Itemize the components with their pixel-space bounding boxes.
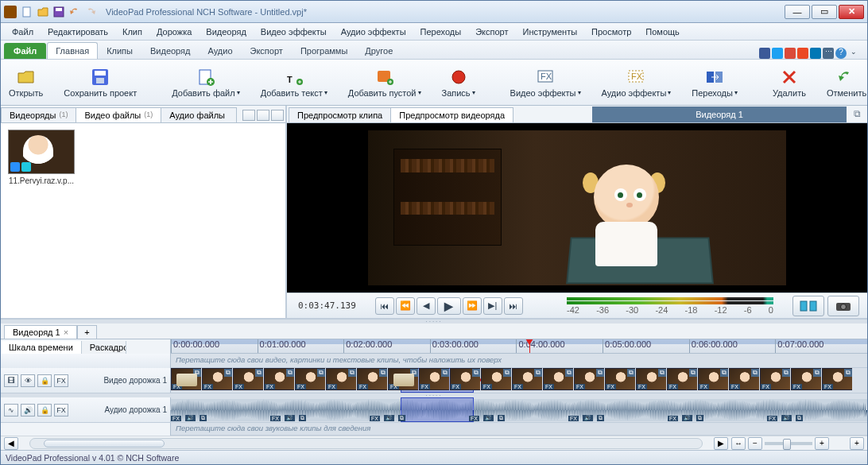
time-ruler[interactable]: 0:00:00.0000:01:00.0000:02:00.0000:03:00… <box>171 339 867 354</box>
video-clip-frame[interactable]: FX⧉ <box>233 368 263 390</box>
qat-undo-icon[interactable] <box>68 5 82 19</box>
menu-видео эффекты[interactable]: Видео эффекты <box>254 25 333 38</box>
sequence-tab[interactable]: Видеоряд 1× <box>4 325 77 339</box>
view-storyboard-tab[interactable]: Раскадровка <box>82 341 126 354</box>
zoom-slider[interactable] <box>765 442 812 445</box>
video-clip-frame[interactable]: FX⧉ <box>667 368 697 390</box>
track-eye-icon[interactable]: 👁 <box>21 374 35 387</box>
close-button[interactable]: ✕ <box>839 5 864 19</box>
menu-переходы[interactable]: Переходы <box>414 25 468 38</box>
options-icon[interactable]: ⋯ <box>823 48 834 59</box>
audio-clip-badge[interactable]: ⧉ <box>398 415 405 421</box>
ribbon-tab-1[interactable]: Клипы <box>98 42 141 59</box>
media-tab-1[interactable]: Видео файлы (1) <box>76 107 161 122</box>
track-fx-icon[interactable]: FX <box>54 374 68 387</box>
menu-просмотр[interactable]: Просмотр <box>585 25 637 38</box>
stumble-icon[interactable] <box>797 48 808 59</box>
video-clip-frame[interactable]: FX⧉ <box>760 368 790 390</box>
zoom-out-icon[interactable]: − <box>748 437 762 450</box>
audio-clip-badge[interactable]: ⧉ <box>200 415 207 421</box>
audio-clip-badge[interactable]: FX <box>171 416 181 421</box>
audio-clip-badge[interactable]: 🔊 <box>384 415 394 421</box>
menu-помощь[interactable]: Помощь <box>639 25 686 38</box>
preview-viewport[interactable] <box>287 123 867 293</box>
view-detail-icon[interactable] <box>271 110 284 121</box>
qat-open-icon[interactable] <box>36 5 50 19</box>
scroll-thumb[interactable] <box>44 440 165 448</box>
qat-redo-icon[interactable] <box>83 5 98 19</box>
add-track-icon[interactable]: + <box>850 437 864 450</box>
linkedin-icon[interactable] <box>810 48 821 59</box>
video-clip-frame[interactable]: FX⧉ <box>512 368 542 390</box>
dropdown-icon[interactable]: ▾ <box>472 89 475 96</box>
ribbon-tab-6[interactable]: Другое <box>356 42 401 59</box>
dropdown-icon[interactable]: ▾ <box>418 89 421 96</box>
menu-экспорт[interactable]: Экспорт <box>469 25 514 38</box>
video-clip-frame[interactable]: FX⧉ <box>171 368 201 390</box>
audio-clip-badge[interactable]: FX <box>668 416 678 421</box>
menu-инструменты[interactable]: Инструменты <box>517 25 584 38</box>
video-clip-frame[interactable]: FX⧉ <box>326 368 356 390</box>
audio-clip-badge[interactable]: FX <box>568 416 579 421</box>
audio-track[interactable]: FX🔊⧉FX🔊⧉FX🔊⧉FX🔊⧉FX🔊⧉FX🔊⧉FX🔊⧉ <box>171 397 867 422</box>
snapshot-icon[interactable] <box>827 296 859 316</box>
delete-button[interactable]: Удалить <box>769 66 809 99</box>
transport-btn-1[interactable]: ⏪ <box>396 297 415 315</box>
ribbon-tab-5[interactable]: Программы <box>292 42 356 59</box>
audio-clip-badge[interactable]: ⧉ <box>597 415 604 421</box>
dropdown-icon[interactable]: ▾ <box>324 89 327 96</box>
playhead[interactable] <box>529 339 530 354</box>
media-item[interactable]: 11.Pervyi.raz.v.p... <box>7 130 76 185</box>
audio-clip-badge[interactable]: FX <box>767 416 777 421</box>
ribbon-file-tab[interactable]: Файл <box>4 43 46 59</box>
video-track[interactable]: FX⧉FX⧉FX⧉FX⧉FX⧉FX⧉FX⧉FX⧉FX⧉FX⧉FX⧉FX⧉FX⧉F… <box>171 368 867 393</box>
audio-clip-badge[interactable]: 🔊 <box>285 415 295 421</box>
video-clip-frame[interactable]: FX⧉ <box>357 368 387 390</box>
preview-tab-clip[interactable]: Предпросмотр клипа <box>289 107 391 122</box>
video-clip-frame[interactable]: FX⧉ <box>574 368 604 390</box>
transitions-button[interactable]: Переходы▾ <box>688 66 741 99</box>
dropdown-icon[interactable]: ▾ <box>578 89 581 96</box>
audio-clip-badge[interactable]: ⧉ <box>696 415 703 421</box>
audio-drop-zone[interactable]: Перетащите сюда свои звуковые клипы для … <box>171 423 867 435</box>
ribbon-tab-3[interactable]: Аудио <box>200 42 242 59</box>
zoom-in-icon[interactable]: + <box>815 437 829 450</box>
video-clip-frame[interactable]: FX⧉ <box>264 368 294 390</box>
ribbon-tab-0[interactable]: Главная <box>47 42 98 59</box>
audio-clip-badge[interactable]: 🔊 <box>682 415 692 421</box>
track-film-icon[interactable]: 🎞 <box>4 374 18 387</box>
audio-clip-badge[interactable]: 🔊 <box>583 415 593 421</box>
track-wave-icon[interactable]: ∿ <box>4 404 18 417</box>
scroll-left-icon[interactable]: ◀ <box>4 437 18 450</box>
add-text-button[interactable]: TДобавить текст▾ <box>258 66 331 99</box>
qat-new-icon[interactable] <box>20 5 34 19</box>
audio-fx-button[interactable]: FXАудио эффекты▾ <box>599 66 675 99</box>
preview-tab-sequence[interactable]: Предпросмотр видеоряда <box>390 107 513 122</box>
transport-btn-4[interactable]: ⏩ <box>463 297 482 315</box>
twitter-icon[interactable] <box>772 48 783 59</box>
ribbon-tab-4[interactable]: Экспорт <box>242 42 292 59</box>
video-clip-frame[interactable]: FX⧉ <box>605 368 635 390</box>
record-button[interactable]: Запись▾ <box>439 66 479 99</box>
set-in-out-icon[interactable] <box>792 296 824 316</box>
audio-clip-badge[interactable]: ⧉ <box>796 415 803 421</box>
dropdown-icon[interactable]: ▾ <box>237 89 240 96</box>
maximize-button[interactable]: ▭ <box>812 5 837 19</box>
save-button[interactable]: Сохранить проект <box>60 66 140 99</box>
audio-clip-badge[interactable]: ⧉ <box>299 415 306 421</box>
transport-btn-5[interactable]: ▶| <box>483 297 502 315</box>
video-clip-frame[interactable]: FX⧉ <box>419 368 449 390</box>
transport-btn-2[interactable]: ◀ <box>417 297 436 315</box>
track-lock-icon[interactable]: 🔒 <box>37 404 52 417</box>
help-icon[interactable]: ? <box>835 48 847 59</box>
menu-дорожка[interactable]: Дорожка <box>150 25 198 38</box>
ribbon-chevron-icon[interactable]: ⌄ <box>848 48 859 59</box>
video-clip-frame[interactable]: FX⧉ <box>202 368 232 390</box>
media-tab-2[interactable]: Аудио файлы <box>161 107 237 122</box>
h-scrollbar[interactable] <box>29 438 703 449</box>
add-blank-button[interactable]: Добавить пустой▾ <box>345 66 424 99</box>
video-clip-frame[interactable]: FX⧉ <box>388 368 418 390</box>
menu-клип[interactable]: Клип <box>116 25 149 38</box>
transport-btn-0[interactable]: ⏮ <box>375 297 394 315</box>
menu-файл[interactable]: Файл <box>6 25 40 38</box>
